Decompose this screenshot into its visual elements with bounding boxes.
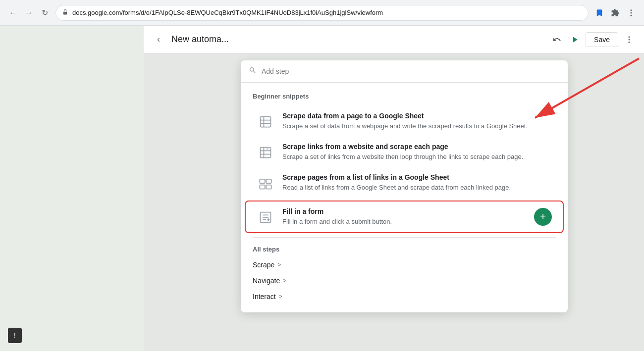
scrape-chevron-icon: >	[277, 261, 281, 268]
snippet-icon-2	[257, 144, 274, 161]
svg-point-3	[631, 14, 632, 16]
snippet-title-3: Scrape pages from a list of links in a G…	[282, 173, 552, 181]
svg-point-4	[629, 36, 630, 38]
svg-rect-13	[261, 148, 271, 158]
svg-rect-18	[266, 179, 271, 183]
svg-rect-20	[266, 185, 271, 189]
svg-point-25	[268, 218, 270, 221]
save-button[interactable]: Save	[586, 32, 618, 47]
snippet-content-1: Scrape data from a page to a Google Shee…	[282, 112, 552, 131]
beginner-snippets-label: Beginner snippets	[241, 91, 568, 106]
navigate-label: Navigate	[253, 277, 280, 285]
snippet-item-3[interactable]: Scrape pages from a list of links in a G…	[245, 167, 564, 198]
more-options-button[interactable]	[622, 33, 636, 47]
svg-point-2	[631, 12, 632, 13]
snippet-item[interactable]: Scrape data from a page to a Google Shee…	[245, 106, 564, 137]
error-icon: !	[14, 332, 16, 339]
snippet-content-3: Scrape pages from a list of links in a G…	[282, 173, 552, 192]
svg-rect-17	[260, 179, 265, 183]
search-icon	[249, 66, 257, 76]
automation-header: ‹ New automa... Save	[144, 26, 644, 53]
error-badge[interactable]: !	[8, 328, 22, 343]
browser-chrome: ← → ↻ docs.google.com/forms/d/e/1FAIpQLS…	[0, 0, 644, 26]
svg-point-5	[629, 39, 630, 40]
all-steps-label: All steps	[241, 242, 568, 257]
snippet-item-2[interactable]: Scrape links from a website and scrape e…	[245, 137, 564, 167]
svg-point-6	[629, 41, 630, 43]
bookmark-button[interactable]	[592, 6, 606, 20]
url-text: docs.google.com/forms/d/e/1FAIpQLSe-8EWQ…	[72, 9, 582, 16]
add-snippet-button[interactable]: +	[534, 208, 552, 226]
svg-rect-19	[260, 185, 265, 189]
main-content: ‹ New automa... Save	[0, 26, 644, 351]
snippet-icon-3	[257, 174, 274, 192]
browser-actions	[592, 6, 638, 20]
snippet-desc-1: Scrape a set of data from a webpage and …	[282, 122, 552, 131]
snippet-content-4: Fill in a form Fill in a form and click …	[282, 207, 526, 226]
left-sidebar	[0, 26, 144, 351]
interact-label: Interact	[253, 293, 276, 301]
svg-rect-0	[63, 11, 67, 14]
snippet-icon-4	[257, 208, 274, 226]
popup-panel: Beginner snippets Scrape data from a pag…	[241, 60, 568, 312]
snippet-title-4: Fill in a form	[282, 207, 526, 215]
snippet-desc-4: Fill in a form and click a submit button…	[282, 217, 526, 226]
automation-title: New automa...	[171, 34, 544, 45]
header-actions: Save	[550, 32, 636, 47]
back-nav-button[interactable]: ‹	[152, 33, 165, 47]
search-bar	[241, 60, 568, 83]
snippet-desc-2: Scrape a set of links from a website the…	[282, 152, 552, 161]
svg-point-1	[631, 9, 632, 11]
scrape-label: Scrape	[253, 261, 274, 269]
play-button[interactable]	[568, 33, 582, 47]
navigate-chevron-icon: >	[283, 277, 286, 284]
snippet-title-1: Scrape data from a page to a Google Shee…	[282, 112, 552, 120]
snippet-content-2: Scrape links from a website and scrape e…	[282, 143, 552, 161]
undo-button[interactable]	[550, 33, 564, 47]
category-interact[interactable]: Interact >	[241, 289, 568, 304]
back-button[interactable]: ←	[6, 6, 20, 20]
svg-rect-9	[261, 117, 271, 127]
interact-chevron-icon: >	[279, 293, 282, 300]
menu-button[interactable]	[624, 6, 638, 20]
fill-in-form-item[interactable]: Fill in a form Fill in a form and click …	[245, 201, 564, 233]
category-navigate[interactable]: Navigate >	[241, 273, 568, 289]
snippet-icon-1	[257, 113, 274, 131]
forward-button[interactable]: →	[22, 6, 36, 20]
reload-button[interactable]: ↻	[38, 6, 52, 20]
security-icon	[62, 9, 68, 17]
divider	[253, 237, 556, 238]
address-bar[interactable]: docs.google.com/forms/d/e/1FAIpQLSe-8EWQ…	[55, 5, 589, 21]
category-scrape[interactable]: Scrape >	[241, 257, 568, 273]
snippet-desc-3: Read a list of links from a Google Sheet…	[282, 183, 552, 192]
panel-scroll[interactable]: Beginner snippets Scrape data from a pag…	[241, 83, 568, 312]
popup-overlay: Beginner snippets Scrape data from a pag…	[144, 53, 644, 351]
nav-buttons: ← → ↻	[6, 6, 52, 20]
search-input[interactable]	[262, 67, 560, 75]
extensions-button[interactable]	[608, 6, 622, 20]
snippet-title-2: Scrape links from a website and scrape e…	[282, 143, 552, 150]
